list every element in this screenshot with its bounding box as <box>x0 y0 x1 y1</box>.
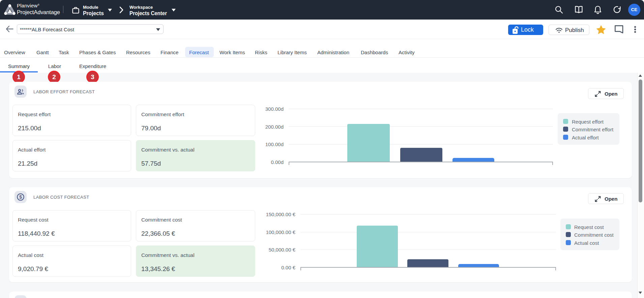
svg-text:$: $ <box>19 194 22 200</box>
